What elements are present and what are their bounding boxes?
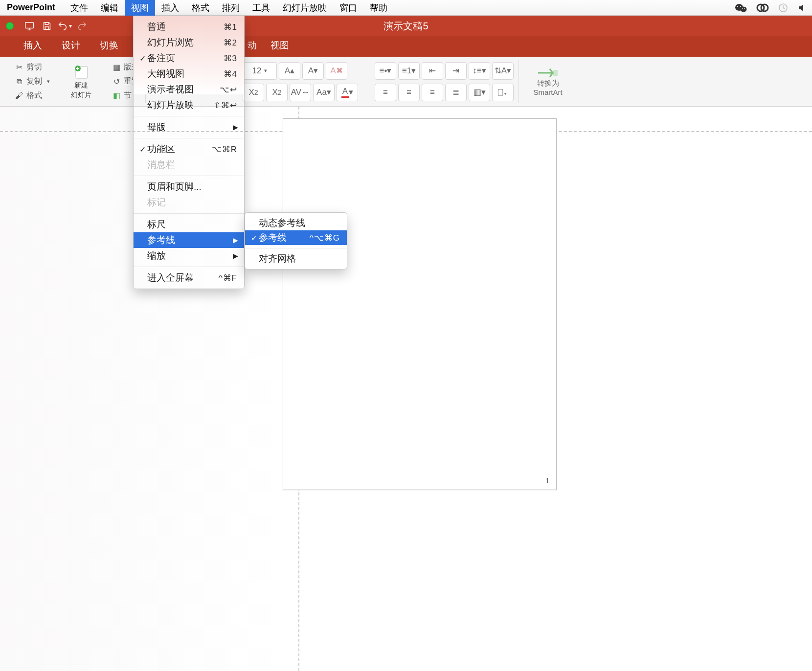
- subscript-button[interactable]: X2: [266, 84, 288, 101]
- char-spacing-button[interactable]: AV↔: [290, 84, 311, 101]
- svg-rect-9: [25, 22, 34, 28]
- decrease-font-button[interactable]: A▾: [302, 62, 324, 80]
- cut-button[interactable]: ✂剪切: [13, 61, 52, 73]
- view-menu-dropdown: 普通⌘1 幻灯片浏览⌘2 ✓备注页⌘3 大纲视图⌘4 演示者视图⌥↩ 幻灯片放映…: [133, 16, 245, 289]
- timemachine-icon[interactable]: [778, 2, 789, 13]
- line-spacing-button[interactable]: ↕≡▾: [469, 62, 490, 80]
- align-center-button[interactable]: ≡: [398, 84, 420, 101]
- increase-indent-button[interactable]: ⇥: [445, 62, 467, 80]
- wechat-icon[interactable]: [735, 3, 747, 13]
- view-fullscreen-item[interactable]: 进入全屏幕^⌘F: [134, 270, 244, 286]
- menu-edit[interactable]: 编辑: [94, 0, 125, 16]
- view-normal-item[interactable]: 普通⌘1: [134, 19, 244, 35]
- ribbon-tab-design[interactable]: 设计: [52, 35, 90, 57]
- notes-page[interactable]: 1: [283, 118, 557, 490]
- dynamic-guides-label: 动态参考线: [259, 217, 340, 229]
- window-titlebar: ▾ 演示文稿5: [0, 16, 812, 36]
- ribbon-tab-view[interactable]: 视图: [261, 35, 299, 57]
- view-fullscreen-label: 进入全屏幕: [147, 271, 219, 284]
- guides-submenu: 动态参考线 ✓参考线^⌥⌘G 对齐网格: [245, 212, 347, 269]
- columns-button[interactable]: ▥▾: [469, 84, 490, 101]
- view-presenter-label: 演示者视图: [147, 83, 220, 96]
- decrease-indent-button[interactable]: ⇤: [422, 62, 443, 80]
- view-slideshow-item[interactable]: 幻灯片放映⇧⌘↩: [134, 97, 244, 113]
- align-text-button[interactable]: ⎕▾: [492, 84, 514, 101]
- change-case-button[interactable]: Aa▾: [313, 84, 335, 101]
- view-normal-shortcut: ⌘1: [224, 22, 237, 32]
- view-presenter-item[interactable]: 演示者视图⌥↩: [134, 82, 244, 97]
- new-slide-button[interactable]: 新建 幻灯片: [63, 60, 99, 103]
- view-headerfooter-item[interactable]: 页眉和页脚...: [134, 179, 244, 195]
- view-outline-item[interactable]: 大纲视图⌘4: [134, 66, 244, 82]
- font-size-combo[interactable]: 12▾: [243, 62, 277, 80]
- view-fullscreen-shortcut: ^⌘F: [219, 273, 237, 283]
- view-slideshow-label: 幻灯片放映: [147, 99, 214, 112]
- menu-slideshow[interactable]: 幻灯片放映: [276, 0, 333, 16]
- view-ribbon-item[interactable]: ✓功能区⌥⌘R: [134, 141, 244, 157]
- superscript-button[interactable]: X2: [243, 84, 264, 101]
- font-size-value: 12: [252, 66, 262, 76]
- new-slide-label-2: 幻灯片: [71, 91, 91, 100]
- menu-help[interactable]: 帮助: [363, 0, 394, 16]
- font-group: 12▾ A▴ A▾ A✖ X2 X2 AV↔ Aa▾ A▾: [238, 60, 363, 103]
- volume-icon[interactable]: [797, 3, 807, 13]
- mac-menubar: PowerPoint 文件 编辑 视图 插入 格式 排列 工具 幻灯片放映 窗口…: [0, 0, 812, 16]
- menu-format[interactable]: 格式: [185, 0, 216, 16]
- dynamic-guides-item[interactable]: 动态参考线: [245, 216, 347, 230]
- align-right-button[interactable]: ≡: [422, 84, 443, 101]
- view-outline-label: 大纲视图: [147, 67, 224, 80]
- view-mark-label: 标记: [147, 196, 237, 209]
- view-guides-item[interactable]: 参考线▶: [134, 232, 244, 248]
- ribbon-tab-partial[interactable]: 动: [246, 35, 261, 57]
- menu-view[interactable]: 视图: [125, 0, 155, 16]
- menu-insert[interactable]: 插入: [155, 0, 185, 16]
- qat-presentation-icon[interactable]: [21, 17, 38, 35]
- menu-arrange[interactable]: 排列: [216, 0, 246, 16]
- view-messagebar-item: 消息栏: [134, 157, 244, 173]
- traffic-light-green[interactable]: [6, 22, 14, 30]
- view-slideshow-shortcut: ⇧⌘↩: [214, 100, 237, 111]
- bullets-button[interactable]: ≡•▾: [375, 62, 396, 80]
- convert-label-1: 转换为: [537, 79, 559, 88]
- static-guides-item[interactable]: ✓参考线^⌥⌘G: [245, 230, 347, 245]
- text-direction-button[interactable]: ⇅A▾: [492, 62, 514, 80]
- numbering-button[interactable]: ≡1▾: [398, 62, 420, 80]
- menu-file[interactable]: 文件: [64, 0, 94, 16]
- qat-redo-icon[interactable]: [73, 17, 91, 35]
- creative-cloud-icon[interactable]: [756, 3, 769, 13]
- menu-tools[interactable]: 工具: [246, 0, 276, 16]
- font-color-button[interactable]: A▾: [337, 84, 358, 101]
- view-msgbar-label: 消息栏: [147, 158, 237, 171]
- qat-save-icon[interactable]: [38, 17, 56, 35]
- reset-icon: ↺: [112, 77, 121, 86]
- ribbon-tab-transition[interactable]: 切换: [90, 35, 128, 57]
- paragraph-group: ≡•▾ ≡1▾ ⇤ ⇥ ↕≡▾ ⇅A▾ ≡ ≡ ≡ ≣ ▥▾ ⎕▾: [370, 60, 519, 103]
- copy-button[interactable]: ⧉复制▾: [13, 75, 52, 88]
- format-label: 格式: [26, 90, 42, 101]
- cut-label: 剪切: [26, 62, 42, 72]
- layout-icon: ▦: [112, 63, 121, 72]
- justify-button[interactable]: ≣: [445, 84, 467, 101]
- view-presenter-shortcut: ⌥↩: [220, 85, 237, 95]
- ribbon-tab-insert[interactable]: 插入: [14, 35, 52, 57]
- format-painter-button[interactable]: 🖌格式: [13, 89, 52, 102]
- view-notes-shortcut: ⌘3: [224, 53, 237, 64]
- view-zoom-label: 缩放: [147, 249, 237, 262]
- view-notes-item[interactable]: ✓备注页⌘3: [134, 50, 244, 66]
- menu-window[interactable]: 窗口: [333, 0, 363, 16]
- convert-smartart-button[interactable]: 转换为 SmartArt: [526, 60, 570, 103]
- qat-undo-icon[interactable]: ▾: [56, 17, 73, 35]
- view-sorter-item[interactable]: 幻灯片浏览⌘2: [134, 35, 244, 50]
- snap-to-grid-item[interactable]: 对齐网格: [245, 251, 347, 266]
- view-zoom-item[interactable]: 缩放▶: [134, 248, 244, 264]
- slide-canvas-area[interactable]: 1: [0, 107, 812, 671]
- increase-font-button[interactable]: A▴: [279, 62, 300, 80]
- view-master-item[interactable]: 母版▶: [134, 119, 244, 135]
- scissors-icon: ✂: [15, 63, 23, 72]
- convert-label-2: SmartArt: [533, 88, 562, 96]
- align-left-button[interactable]: ≡: [375, 84, 396, 101]
- static-guides-shortcut: ^⌥⌘G: [310, 233, 340, 243]
- menubar-status-icons: [735, 2, 807, 13]
- view-ruler-item[interactable]: 标尺: [134, 217, 244, 232]
- clear-format-button[interactable]: A✖: [326, 62, 347, 80]
